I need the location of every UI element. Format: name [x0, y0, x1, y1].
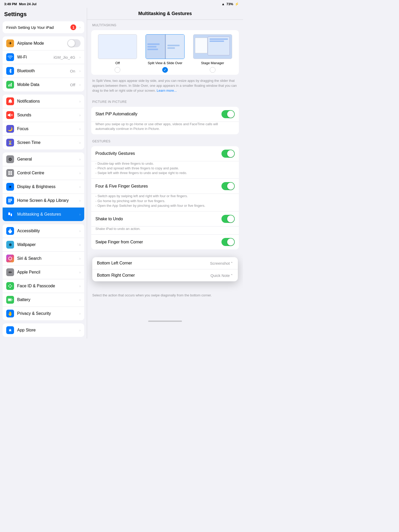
swipe-corner-row: Swipe Finger from Corner: [91, 234, 239, 249]
four-five-row: Four & Five Finger Gestures: [91, 178, 239, 194]
sidebar-section-appstore: App Store ›: [3, 323, 84, 337]
bottom-left-corner-row[interactable]: Bottom Left Corner Screenshot ⌃: [92, 257, 238, 269]
appstore-label: App Store: [17, 328, 76, 332]
productivity-label: Productivity Gestures: [95, 151, 221, 156]
display-icon: ☀: [6, 183, 14, 191]
multitask-off-radio[interactable]: [115, 67, 120, 73]
sidebar-item-siri[interactable]: Siri & Search ›: [3, 252, 84, 265]
mobile-data-chevron: ›: [79, 83, 81, 87]
svg-rect-3: [8, 171, 10, 173]
appstore-chevron: ›: [79, 328, 81, 332]
shake-undo-toggle[interactable]: [221, 215, 235, 223]
pip-desc: When you swipe up to go Home or use othe…: [91, 122, 239, 134]
svg-rect-0: [8, 85, 9, 87]
control-centre-chevron: ›: [79, 171, 81, 175]
four-five-label: Four & Five Finger Gestures: [95, 184, 221, 189]
svg-rect-15: [8, 212, 10, 215]
learn-more-link[interactable]: Learn more...: [157, 89, 177, 92]
date-display: Mon 24 Jul: [19, 2, 36, 6]
sidebar-item-notifications[interactable]: Notifications ›: [3, 95, 84, 108]
sidebar-section-display: ⚙ General › Control Centre › ☀ Display &…: [3, 152, 84, 221]
multitask-option-off[interactable]: Off: [98, 34, 137, 73]
sidebar-title: Settings: [0, 8, 87, 20]
svg-point-25: [11, 285, 11, 286]
bottom-left-label: Bottom Left Corner: [97, 261, 210, 265]
control-centre-label: Control Centre: [17, 171, 76, 175]
wallpaper-label: Wallpaper: [17, 242, 76, 247]
svg-rect-11: [10, 200, 11, 201]
multitask-option-split[interactable]: Split View & Slide Over ✓: [146, 34, 185, 73]
sidebar-item-home-screen[interactable]: Home Screen & App Library ›: [3, 194, 84, 208]
sidebar-item-sounds[interactable]: Sounds ›: [3, 108, 84, 122]
apple-pencil-label: Apple Pencil: [17, 270, 76, 275]
productivity-row: Productivity Gestures: [91, 146, 239, 161]
sidebar-section-notifications: Notifications › Sounds › 🌙 Focus › ⏳ Scr…: [3, 95, 84, 149]
svg-rect-8: [10, 199, 11, 200]
sidebar-item-display[interactable]: ☀ Display & Brightness ›: [3, 180, 84, 194]
swipe-corner-toggle[interactable]: [221, 238, 235, 246]
multitask-stage-radio[interactable]: [210, 67, 215, 73]
sidebar-item-appstore[interactable]: App Store ›: [3, 323, 84, 337]
multitask-description: In Split View, two apps appear side by s…: [87, 76, 243, 96]
bottom-left-value: Screenshot: [210, 261, 230, 265]
multitask-split-radio[interactable]: ✓: [162, 67, 168, 73]
sidebar-item-control-centre[interactable]: Control Centre ›: [3, 166, 84, 180]
bottom-right-chevron: ⌃: [230, 274, 233, 277]
wifi-icon: [6, 53, 14, 61]
sidebar-item-multitasking[interactable]: Multitasking & Gestures ›: [3, 208, 84, 221]
stage-side-window: [195, 38, 207, 53]
wifi-icon: ▲: [221, 2, 225, 6]
productivity-toggle[interactable]: [221, 150, 235, 158]
mobile-data-value: Off: [70, 83, 75, 87]
privacy-chevron: ›: [79, 311, 81, 316]
multitasking-chevron: ›: [79, 212, 81, 216]
battery-label: Battery: [17, 297, 76, 302]
pip-label: Start PiP Automatically: [95, 112, 221, 116]
bluetooth-value: On: [70, 69, 75, 73]
bluetooth-label: Bluetooth: [17, 69, 67, 73]
sidebar-section-accessibility: Accessibility › ❄ Wallpaper › Siri & Sea…: [3, 224, 84, 320]
sidebar-item-battery[interactable]: Battery ›: [3, 293, 84, 307]
svg-rect-5: [8, 173, 10, 175]
apple-pencil-icon: ✏: [6, 268, 14, 276]
apple-pencil-chevron: ›: [79, 270, 81, 274]
sidebar-item-apple-pencil[interactable]: ✏ Apple Pencil ›: [3, 265, 84, 279]
sidebar-item-accessibility[interactable]: Accessibility ›: [3, 224, 84, 238]
sidebar-item-face-id[interactable]: Face ID & Passcode ›: [3, 279, 84, 293]
sidebar-item-mobile-data[interactable]: Mobile Data Off ›: [3, 78, 84, 91]
focus-chevron: ›: [79, 127, 81, 131]
right-panel: Multitasking & Gestures MULTITASKING Off: [87, 8, 243, 338]
general-icon: ⚙: [6, 155, 14, 163]
sidebar-item-privacy[interactable]: 🤚 Privacy & Security ›: [3, 307, 84, 320]
bottom-right-corner-row[interactable]: Bottom Right Corner Quick Note ⌃: [92, 269, 238, 281]
privacy-label: Privacy & Security: [17, 311, 76, 316]
sidebar-item-wallpaper[interactable]: ❄ Wallpaper ›: [3, 238, 84, 252]
sidebar-item-focus[interactable]: 🌙 Focus ›: [3, 122, 84, 136]
productivity-desc: - Double-tap with three fingers to undo.…: [91, 161, 239, 179]
sidebar-item-wifi[interactable]: Wi-Fi iGM_Jio_4G ›: [3, 50, 84, 64]
bottom-right-label: Bottom Right Corner: [97, 273, 211, 278]
setup-item[interactable]: Finish Setting Up Your iPad 1 ›: [3, 21, 84, 33]
svg-rect-23: [9, 287, 11, 288]
screen-time-icon: ⏳: [6, 139, 14, 147]
display-chevron: ›: [79, 185, 81, 189]
focus-icon: 🌙: [6, 125, 14, 133]
general-chevron: ›: [79, 157, 81, 161]
wifi-label: Wi-Fi: [17, 55, 50, 59]
pip-toggle[interactable]: [221, 110, 235, 118]
svg-rect-4: [10, 171, 12, 173]
multitask-option-stage[interactable]: Stage Manager: [193, 34, 232, 73]
sidebar-item-screen-time[interactable]: ⏳ Screen Time ›: [3, 136, 84, 149]
shake-undo-row: Shake to Undo: [91, 211, 239, 227]
sidebar-item-bluetooth[interactable]: Bluetooth On ›: [3, 64, 84, 78]
siri-label: Siri & Search: [17, 256, 76, 261]
sidebar-item-general[interactable]: ⚙ General ›: [3, 152, 84, 166]
shake-undo-label: Shake to Undo: [95, 217, 221, 221]
notifications-chevron: ›: [79, 99, 81, 103]
four-five-toggle[interactable]: [221, 182, 235, 190]
airplane-toggle[interactable]: [67, 39, 81, 47]
sidebar-item-airplane-mode[interactable]: ✈ Airplane Mode: [3, 36, 84, 50]
swipe-corner-desc: Select the action that occurs when you s…: [87, 291, 243, 318]
svg-rect-16: [11, 214, 12, 216]
multitask-split-img: [146, 34, 185, 59]
